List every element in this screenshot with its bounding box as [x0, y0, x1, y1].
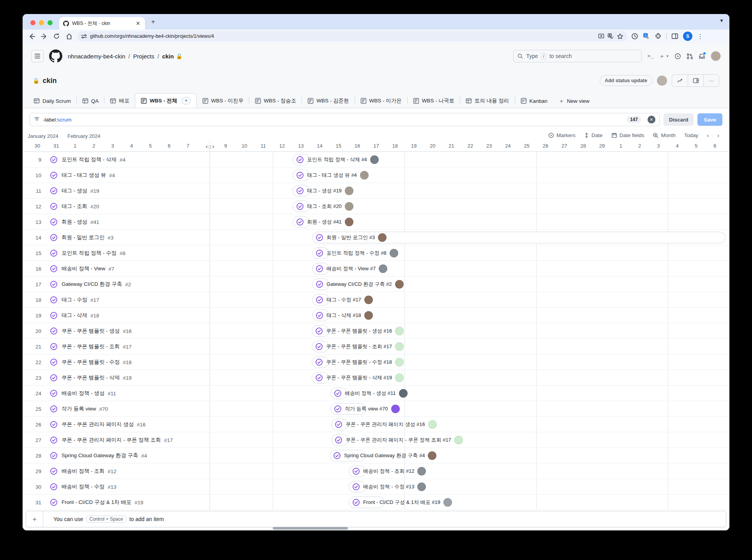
view-tab-menu-caret[interactable]: ▼ — [182, 97, 191, 105]
task-list-cell[interactable]: 25작가 등록 view#70 — [23, 401, 210, 417]
task-list-cell[interactable]: 12태그 - 조회#20 — [23, 199, 210, 214]
assignee-avatar[interactable] — [360, 171, 369, 180]
task-title[interactable]: 태그 - 생성 — [62, 187, 87, 194]
task-title[interactable]: 회원 - 일반 로그인 — [62, 234, 104, 241]
view-tab-3[interactable]: 배포 — [104, 94, 135, 108]
issues-icon[interactable] — [674, 53, 681, 60]
create-new-button[interactable]: ＋▼ — [659, 53, 669, 60]
assignee-avatar[interactable] — [395, 342, 404, 351]
issue-number[interactable]: #18 — [90, 313, 99, 319]
zoom-level-button[interactable]: Month — [653, 132, 676, 138]
task-list-cell[interactable]: 23쿠폰 - 쿠폰 템플릿 - 삭제#19 — [23, 370, 210, 386]
gantt-bar-content[interactable]: 배송비 정책 - 생성 #11 — [334, 389, 408, 398]
task-title[interactable]: 배송비 정책 - 조회 — [62, 468, 104, 475]
gantt-bar-content[interactable]: 태그 - 조회 #20 — [296, 202, 353, 211]
task-list-cell[interactable]: 30배송비 정책 - 수정#13 — [23, 479, 210, 495]
task-list-cell[interactable]: 31Front - CI/CD 구성 & 1차 배포#19 — [23, 495, 210, 510]
gantt-bar-content[interactable]: 작가 등록 view #70 — [334, 405, 400, 413]
gantt-bar-content[interactable]: 태그 - 수정 #17 — [316, 296, 373, 304]
issue-number[interactable]: #41 — [90, 219, 99, 225]
task-list-cell[interactable]: 10태그 - 태그 생성 뷰#4 — [23, 167, 210, 183]
filter-input[interactable]: -label:scrum 147 ✕ — [30, 113, 660, 126]
task-title[interactable]: Spring Cloud Gateway 환경 구축 — [62, 452, 138, 459]
task-list-cell[interactable]: 18태그 - 수정#17 — [23, 292, 210, 308]
task-list-cell[interactable]: 17Gateway CI/CD 환경 구축#2 — [23, 276, 210, 292]
issue-number[interactable]: #7 — [108, 266, 114, 272]
bookmark-star-icon[interactable] — [617, 33, 623, 40]
task-list-cell[interactable]: 24배송비 정책 - 생성#11 — [23, 386, 210, 401]
gantt-bar-content[interactable]: 배송비 정책 - View #7 — [316, 264, 387, 273]
issue-number[interactable]: #3 — [108, 235, 113, 241]
gantt-bar-content[interactable]: Spring Cloud Gateway 환경 구축 #4 — [333, 451, 436, 460]
task-title[interactable]: 회원 - 생성 — [62, 218, 87, 225]
gantt-bar-content[interactable]: Front - CI/CD 구성 & 1차 배포 #19 — [352, 498, 452, 507]
task-title[interactable]: 태그 - 태그 생성 뷰 — [62, 172, 106, 179]
issue-number[interactable]: #70 — [99, 406, 108, 412]
task-list-cell[interactable]: 20쿠폰 - 쿠폰 템플릿 - 생성#16 — [23, 323, 210, 339]
add-status-update-button[interactable]: Add status update — [600, 75, 652, 86]
assignee-avatar[interactable] — [345, 218, 353, 226]
assignee-avatar[interactable] — [428, 420, 437, 429]
issue-number[interactable]: #19 — [90, 188, 99, 194]
view-tab-9[interactable]: WBS - 나국로 — [408, 94, 460, 108]
task-title[interactable]: 쿠폰 - 쿠폰 템플릿 - 생성 — [62, 328, 120, 335]
address-bar[interactable]: github.com/orgs/nhnacademy-be4-ckin/proj… — [77, 31, 627, 41]
view-tab-6[interactable]: WBS - 정승조 — [249, 94, 302, 108]
issue-number[interactable]: #8 — [120, 250, 125, 256]
issue-number[interactable]: #19 — [134, 500, 143, 505]
task-list-cell[interactable]: 22쿠폰 - 쿠폰 템플릿 - 수정#18 — [23, 354, 210, 370]
task-list-cell[interactable]: 26쿠폰 - 쿠폰 관리자 페이지 생성#16 — [23, 417, 210, 432]
issue-number[interactable]: #4 — [120, 157, 125, 163]
issue-number[interactable]: #17 — [123, 344, 132, 350]
assignee-avatar[interactable] — [395, 358, 404, 366]
gantt-bar-content[interactable]: 포인트 적립 정책 - 삭제 #4 — [296, 155, 379, 164]
gantt-bar-content[interactable]: 배송비 정책 - 조회 #12 — [352, 467, 426, 475]
task-list-cell[interactable]: 9포인트 적립 정책 - 삭제#4 — [23, 152, 210, 167]
discard-button[interactable]: Discard — [664, 113, 694, 126]
markers-button[interactable]: Markers — [548, 132, 575, 138]
side-panel-icon[interactable] — [671, 33, 678, 40]
forward-button[interactable] — [40, 32, 48, 41]
gantt-bar-content[interactable]: 태그 - 태그 생성 뷰 #4 — [296, 171, 369, 180]
task-title[interactable]: 쿠폰 - 쿠폰 관리자 페이지 생성 — [62, 421, 134, 428]
view-tab-10[interactable]: 토의 내용 정리 — [460, 94, 515, 108]
global-search-input[interactable]: Type / to search — [513, 50, 642, 62]
task-title[interactable]: 포인트 적립 정책 - 삭제 — [62, 156, 117, 163]
issue-number[interactable]: #17 — [164, 437, 173, 443]
assignee-avatar[interactable] — [378, 233, 387, 242]
gantt-bar-content[interactable]: 태그 - 생성 #19 — [296, 187, 353, 195]
assignee-avatar[interactable] — [443, 498, 452, 507]
task-list-cell[interactable]: 13회원 - 생성#41 — [23, 214, 210, 230]
gantt-bar-content[interactable]: 쿠폰 - 쿠폰 템플릿 - 생성 #16 — [315, 327, 404, 335]
gantt-bar-content[interactable]: Gateway CI/CD 환경 구축 #2 — [316, 280, 404, 289]
gantt-bar-content[interactable]: 쿠폰 - 쿠폰 템플릿 - 삭제 #19 — [315, 373, 404, 382]
assignee-avatar[interactable] — [395, 373, 404, 382]
task-list-cell[interactable]: 19태그 - 삭제#18 — [23, 308, 210, 323]
task-title[interactable]: 배송비 정책 - 생성 — [62, 390, 104, 397]
gantt-bar-content[interactable]: 회원 - 일반 로그인 #3 — [316, 233, 387, 242]
task-title[interactable]: 태그 - 수정 — [62, 296, 87, 303]
command-palette-icon[interactable]: >_ — [647, 53, 653, 59]
site-settings-icon[interactable] — [81, 33, 87, 39]
inbox-icon[interactable] — [699, 53, 705, 60]
assignee-avatar[interactable] — [370, 155, 379, 164]
gantt-bar-content[interactable]: 태그 - 삭제 #18 — [316, 311, 373, 320]
task-title[interactable]: 태그 - 조회 — [62, 203, 87, 210]
scroll-left-icon[interactable]: ‹ — [707, 132, 709, 139]
issue-number[interactable]: #16 — [123, 328, 132, 334]
task-list-cell[interactable]: 27쿠폰 - 쿠폰 관리자 페이지 - 쿠폰 정책 조회#17 — [23, 432, 210, 448]
assignee-avatar[interactable] — [390, 249, 398, 257]
panel-resize-handle[interactable] — [205, 144, 215, 150]
today-button[interactable]: Today — [684, 132, 698, 138]
task-title[interactable]: 쿠폰 - 쿠폰 템플릿 - 삭제 — [62, 374, 120, 381]
date-sort-button[interactable]: Date — [584, 132, 603, 138]
history-clock-icon[interactable] — [631, 33, 638, 40]
assignee-avatar[interactable] — [379, 264, 387, 273]
issue-number[interactable]: #4 — [109, 173, 115, 178]
tab-search-chevron-icon[interactable]: ▼ — [719, 18, 724, 23]
issue-number[interactable]: #17 — [90, 297, 99, 303]
assignee-avatar[interactable] — [345, 187, 353, 195]
task-list-cell[interactable]: 28Spring Cloud Gateway 환경 구축#4 — [23, 448, 210, 463]
task-title[interactable]: 쿠폰 - 쿠폰 관리자 페이지 - 쿠폰 정책 조회 — [62, 437, 161, 444]
scroll-right-icon[interactable]: › — [717, 132, 719, 139]
